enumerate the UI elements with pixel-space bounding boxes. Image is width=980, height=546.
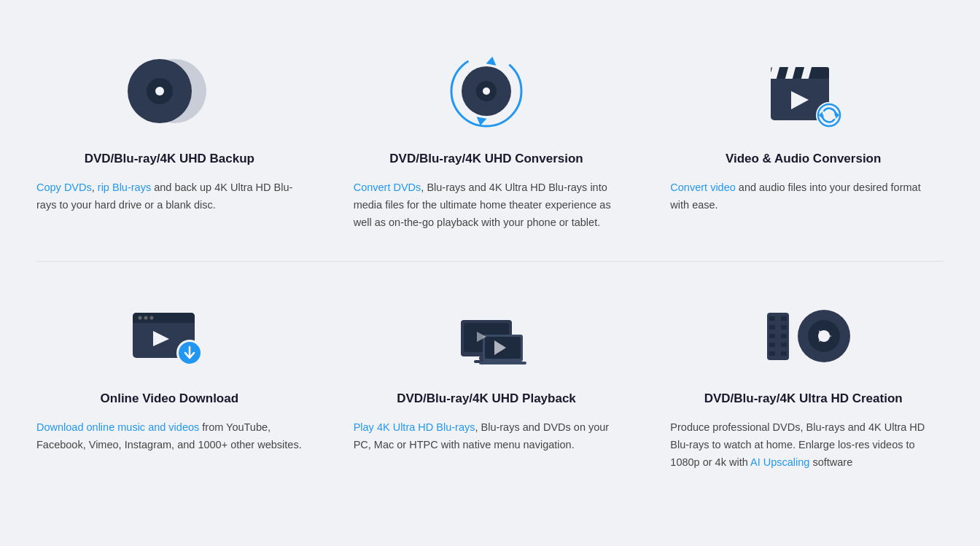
svg-rect-50 <box>781 343 787 347</box>
svg-rect-44 <box>769 334 775 338</box>
svg-marker-7 <box>486 56 498 66</box>
video-audio-title: Video & Audio Conversion <box>670 152 936 166</box>
dvd-creation-title: DVD/Blu-ray/4K Ultra HD Creation <box>670 391 936 406</box>
card-dvd-playback: DVD/Blu-ray/4K UHD Playback Play 4K Ultr… <box>332 262 649 501</box>
card-online-video-download: Online Video Download Download online mu… <box>15 262 332 501</box>
card-dvd-conversion: DVD/Blu-ray/4K UHD Conversion Convert DV… <box>332 22 649 261</box>
convert-dvds-link[interactable]: Convert DVDs <box>354 182 421 193</box>
dvd-conversion-title: DVD/Blu-ray/4K UHD Conversion <box>354 152 620 166</box>
svg-rect-45 <box>769 343 775 347</box>
convert-video-link[interactable]: Convert video <box>670 182 735 193</box>
video-audio-desc: Convert video and audio files into your … <box>670 179 936 214</box>
svg-rect-38 <box>479 362 526 364</box>
dvd-backup-title: DVD/Blu-ray/4K UHD Backup <box>36 152 303 166</box>
dvd-playback-title: DVD/Blu-ray/4K UHD Playback <box>354 391 620 406</box>
dvd-backup-desc: Copy DVDs, rip Blu-rays and back up 4K U… <box>36 179 303 214</box>
play-4k-link[interactable]: Play 4K Ultra HD Blu-rays <box>354 421 475 433</box>
svg-rect-47 <box>781 316 787 321</box>
download-music-videos-link[interactable]: Download online music and videos <box>36 421 199 433</box>
svg-rect-24 <box>133 318 195 323</box>
online-video-download-icon <box>36 284 303 378</box>
dvd-conversion-desc: Convert DVDs, Blu-rays and 4K Ultra HD B… <box>354 179 620 232</box>
svg-point-11 <box>483 87 490 95</box>
card-dvd-creation: DVD/Blu-ray/4K Ultra HD Creation Produce… <box>648 262 965 501</box>
online-video-download-desc: Download online music and videos from Yo… <box>36 419 303 454</box>
svg-point-25 <box>139 316 142 319</box>
svg-point-26 <box>144 316 148 319</box>
dvd-backup-icon <box>36 44 303 139</box>
card-dvd-backup: DVD/Blu-ray/4K UHD Backup Copy DVDs, rip… <box>15 22 332 261</box>
dvd-playback-icon <box>354 284 620 378</box>
svg-rect-13 <box>771 67 829 79</box>
dvd-creation-desc: Produce professional DVDs, Blu-rays and … <box>670 419 936 472</box>
online-video-download-title: Online Video Download <box>36 391 303 406</box>
card-video-audio-conversion: Video & Audio Conversion Convert video a… <box>648 22 965 261</box>
rip-blurays-link[interactable]: rip Blu-rays <box>98 182 151 193</box>
ai-upscaling-link[interactable]: AI Upscaling <box>750 456 809 468</box>
svg-point-5 <box>155 87 164 95</box>
svg-rect-49 <box>781 334 787 338</box>
svg-rect-42 <box>769 316 775 321</box>
svg-rect-46 <box>769 351 775 356</box>
dvd-creation-icon <box>670 284 936 378</box>
copy-dvds-link[interactable]: Copy DVDs <box>36 182 92 193</box>
dvd-playback-desc: Play 4K Ultra HD Blu-rays, Blu-rays and … <box>354 419 620 454</box>
svg-point-27 <box>150 316 154 319</box>
feature-grid: DVD/Blu-ray/4K UHD Backup Copy DVDs, rip… <box>0 0 980 530</box>
video-audio-conversion-icon <box>670 44 936 139</box>
svg-rect-43 <box>769 325 775 329</box>
dvd-conversion-icon <box>354 44 620 139</box>
svg-rect-48 <box>781 325 787 329</box>
svg-rect-51 <box>781 351 787 356</box>
